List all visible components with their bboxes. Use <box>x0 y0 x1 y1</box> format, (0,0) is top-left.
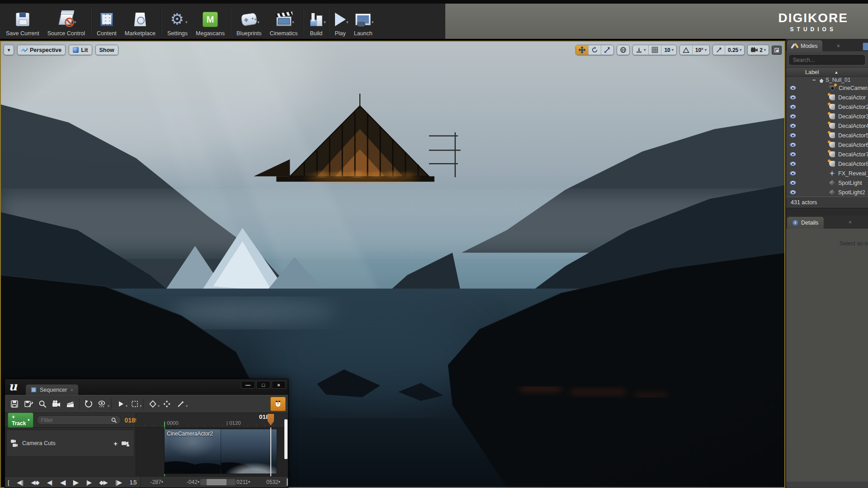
close-window-button[interactable]: × <box>272 381 286 389</box>
visibility-eye-icon[interactable] <box>789 95 797 100</box>
tree-row[interactable]: DecalActor <box>786 93 868 102</box>
visibility-eye-icon[interactable] <box>789 152 797 157</box>
close-icon[interactable]: × <box>849 219 852 225</box>
auto-key-button[interactable] <box>160 397 174 411</box>
world-space-toggle[interactable] <box>617 45 629 55</box>
camera-speed-button[interactable]: 2 ▾ <box>748 45 769 55</box>
chevron-down-icon[interactable]: ▾ <box>257 20 259 24</box>
add-track-button[interactable]: + Track ▾ <box>8 413 33 428</box>
edit-keys-button[interactable]: ▾ <box>174 397 188 411</box>
tree-row[interactable]: DecalActor8 <box>786 159 868 169</box>
visibility-eye-icon[interactable] <box>789 180 797 185</box>
playhead-line[interactable] <box>270 427 271 476</box>
visibility-eye-icon[interactable] <box>789 104 797 109</box>
restore-button[interactable]: □ <box>256 381 270 389</box>
sequencer-title-bar[interactable]: u Sequencer × — □ × <box>5 379 288 395</box>
visibility-eye-icon[interactable] <box>789 171 797 176</box>
jump-to-start-button[interactable]: ◀|| <box>17 479 23 486</box>
working-range-end[interactable]: 0211• <box>236 479 250 485</box>
visibility-eye-icon[interactable] <box>789 142 797 147</box>
visibility-eye-icon[interactable] <box>789 114 797 119</box>
playback-options-button[interactable]: ▾ <box>113 397 127 411</box>
scale-snap-value[interactable]: 0.25 ▾ <box>725 45 744 55</box>
close-icon[interactable]: × <box>837 43 840 49</box>
save-sequence-button[interactable] <box>7 397 21 411</box>
chevron-down-icon[interactable]: ▾ <box>324 20 326 24</box>
tab-modes[interactable]: Modes <box>787 40 822 52</box>
content-button[interactable]: Content <box>93 4 121 39</box>
playback-speed-label[interactable]: 1.5 <box>129 479 136 486</box>
tab-sequencer[interactable]: Sequencer × <box>26 385 78 395</box>
timeline-vertical-scrollbar[interactable] <box>284 419 288 440</box>
add-camera-cut-button[interactable]: + <box>113 440 118 447</box>
tree-row[interactable]: DecalActor4 <box>786 121 868 131</box>
track-timeline[interactable]: CineCameraActor2 <box>136 427 288 476</box>
set-start-button[interactable]: [ <box>8 479 9 486</box>
play-reverse-button[interactable]: ◀ <box>60 478 65 487</box>
build-button[interactable]: ▾ Build <box>305 4 327 39</box>
lit-button[interactable]: Lit <box>69 45 92 55</box>
visibility-eye-icon[interactable] <box>789 85 797 90</box>
step-back-button[interactable]: ◀| <box>47 479 52 486</box>
chevron-down-icon[interactable]: ▾ <box>372 20 374 24</box>
chevron-down-icon[interactable]: ▾ <box>292 20 294 24</box>
tree-row[interactable]: DecalActor2 <box>786 102 868 112</box>
render-movie-button[interactable] <box>63 397 77 411</box>
timeline-ruler[interactable]: 0000 | 0120 0189 <box>136 413 288 427</box>
outliner-search-box[interactable] <box>789 55 865 65</box>
minimize-button[interactable]: — <box>241 381 255 389</box>
tree-row[interactable]: SpotLight <box>786 178 868 188</box>
working-range-start[interactable]: -042• <box>187 479 199 485</box>
camera-cuts-track-row[interactable]: Camera Cuts + <box>6 430 134 457</box>
next-key-button[interactable]: ◆▶ <box>99 479 108 486</box>
tree-row[interactable]: DecalActor7 <box>786 150 868 159</box>
keyframe-options-button[interactable]: ▾ <box>146 397 160 411</box>
jump-to-end-button[interactable]: ||▶ <box>115 479 122 486</box>
play-forward-button[interactable]: ▶ <box>73 478 78 487</box>
range-scrollbar[interactable] <box>200 479 236 485</box>
chevron-down-icon[interactable]: ▾ <box>74 20 76 24</box>
find-in-content-browser-button[interactable] <box>35 397 49 411</box>
viewport-options-button[interactable]: ▾ <box>4 45 14 55</box>
select-edit-options-button[interactable]: ▾ <box>127 397 142 411</box>
track-filter-box[interactable] <box>37 415 121 425</box>
tree-row[interactable]: DecalActor3 <box>786 112 868 121</box>
tree-row[interactable]: DecalActor5 <box>786 131 868 140</box>
previous-key-button[interactable]: ◀◆ <box>31 479 39 486</box>
rotate-tool-button[interactable] <box>588 45 601 55</box>
surface-snap-button[interactable]: ▾ <box>633 45 648 55</box>
grid-snap-button[interactable] <box>648 45 661 55</box>
marketplace-button[interactable]: Marketplace <box>121 4 160 39</box>
label-column-header[interactable]: Label ▲ <box>786 67 868 77</box>
megascans-button[interactable]: M Megascans <box>192 4 229 39</box>
perspective-button[interactable]: Perspective <box>17 45 66 55</box>
camera-cut-clip[interactable]: CineCameraActor2 <box>164 429 277 474</box>
rotation-snap-button[interactable] <box>680 45 692 55</box>
tree-row[interactable]: CineCamera <box>786 83 868 93</box>
grid-size-value[interactable]: 10 ▾ <box>661 45 676 55</box>
tree-row[interactable]: FX_Reveal_ <box>786 169 868 178</box>
blueprints-button[interactable]: ▾ Blueprints <box>232 4 266 39</box>
close-icon[interactable]: × <box>70 387 73 393</box>
collapse-icon[interactable]: − <box>812 77 816 83</box>
cinematics-button[interactable]: ▾ Cinematics <box>266 4 302 39</box>
sequencer-window[interactable]: u Sequencer × — □ × <box>5 379 288 488</box>
show-button[interactable]: Show <box>95 45 118 55</box>
range-scrollbar-thumb[interactable] <box>207 479 226 485</box>
tree-row-partial[interactable]: − S_Null_01 <box>786 77 868 83</box>
lock-camera-icon[interactable] <box>121 440 130 447</box>
scale-tool-button[interactable] <box>601 45 613 55</box>
chevron-down-icon[interactable]: ▾ <box>185 20 188 24</box>
scale-snap-button[interactable] <box>713 45 725 55</box>
launch-button[interactable]: ▾ Launch <box>350 4 377 39</box>
translate-tool-button[interactable] <box>576 45 588 55</box>
tab-details[interactable]: i Details <box>787 217 824 229</box>
chevron-down-icon[interactable]: ▾ <box>346 20 349 24</box>
visibility-eye-icon[interactable] <box>789 190 797 195</box>
partial-panel-icon[interactable] <box>863 42 868 51</box>
save-as-button[interactable] <box>21 397 35 411</box>
view-options-button[interactable]: ▾ <box>95 397 109 411</box>
visibility-eye-icon[interactable] <box>789 133 797 138</box>
source-control-button[interactable]: ▾ Source Control <box>43 4 89 39</box>
rotation-snap-value[interactable]: 10° ▾ <box>692 45 709 55</box>
